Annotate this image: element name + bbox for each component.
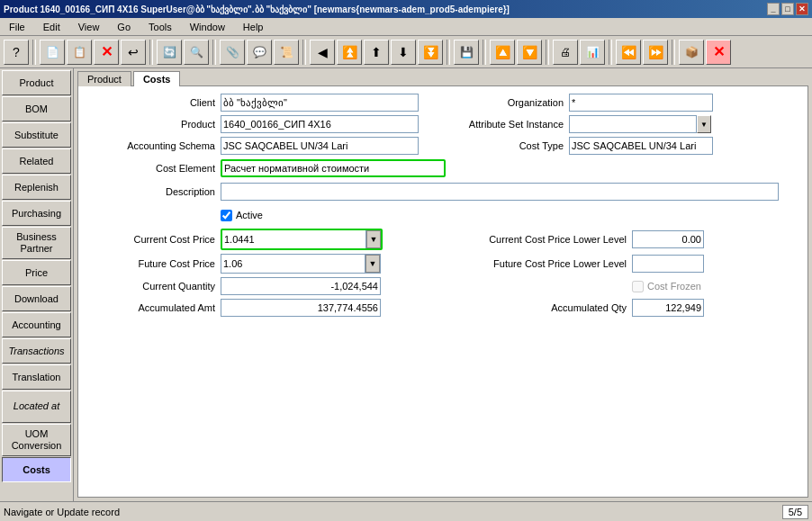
current-cost-col: Current Cost Price ▼ — [86, 229, 434, 250]
sidebar-item-costs[interactable]: Costs — [2, 457, 71, 482]
future-cost-price-button[interactable]: ▼ — [365, 255, 380, 273]
close-window-button[interactable]: ✕ — [796, 3, 808, 15]
nav-next-button[interactable]: ⬇ — [391, 40, 416, 65]
cost-type-label: Cost Type — [452, 140, 569, 151]
product-field[interactable] — [221, 115, 419, 133]
sidebar-item-substitute[interactable]: Substitute — [2, 122, 71, 148]
current-qty-label: Current Quantity — [86, 281, 221, 292]
status-bar: Navigate or Update record 5/5 — [0, 501, 812, 521]
sidebar-item-accounting[interactable]: Accounting — [2, 312, 71, 337]
menu-file[interactable]: File — [4, 20, 31, 34]
current-cost-lower-col: Current Cost Price Lower Level — [452, 230, 800, 248]
chat-button[interactable]: 💬 — [247, 40, 272, 65]
current-qty-field[interactable] — [221, 277, 381, 295]
current-cost-price-button[interactable]: ▼ — [366, 230, 381, 248]
future-cost-price-field[interactable] — [221, 255, 365, 273]
future-cost-lower-field[interactable] — [632, 255, 704, 273]
toolbar-sep-1 — [32, 40, 36, 65]
schema-col: Accounting Schema — [86, 137, 434, 155]
attr-set-field[interactable] — [569, 115, 697, 133]
print-button[interactable]: 🖨 — [553, 40, 578, 65]
menu-help[interactable]: Help — [238, 20, 269, 34]
sidebar-item-download[interactable]: Download — [2, 286, 71, 311]
product-label: Product — [86, 119, 221, 130]
active-checkbox[interactable] — [221, 210, 232, 221]
menu-bar: File Edit View Go Tools Window Help — [0, 18, 812, 36]
attr-set-lookup-button[interactable]: ▼ — [697, 115, 711, 133]
menu-window[interactable]: Window — [185, 20, 230, 34]
future-cost-lower-col: Future Cost Price Lower Level — [452, 255, 800, 273]
detail-button[interactable]: 🔽 — [517, 40, 542, 65]
cost-frozen-label: Cost Frozen — [647, 281, 701, 292]
report-button[interactable]: 📊 — [580, 40, 605, 65]
help-button[interactable]: ? — [4, 40, 29, 65]
undo-button[interactable]: ↩ — [121, 40, 146, 65]
menu-tools[interactable]: Tools — [143, 20, 177, 34]
current-cost-price-wrapper: ▼ — [221, 229, 383, 250]
sidebar-item-transactions[interactable]: Transactions — [2, 338, 71, 364]
record-position: 5/5 — [782, 505, 808, 519]
description-field[interactable] — [221, 183, 779, 201]
tab-costs[interactable]: Costs — [133, 71, 181, 86]
menu-go[interactable]: Go — [112, 20, 136, 34]
refresh-button[interactable]: 🔄 — [157, 40, 182, 65]
product-col: Product — [86, 115, 434, 133]
nav-previous-button[interactable]: ◀ — [310, 40, 335, 65]
cost-type-field[interactable] — [569, 137, 713, 155]
sidebar-item-product[interactable]: Product — [2, 70, 71, 95]
nav-last-button[interactable]: ⏬ — [418, 40, 443, 65]
nav-prev-button[interactable]: ⬆ — [364, 40, 389, 65]
org-col: Organization — [452, 94, 800, 112]
minimize-button[interactable]: _ — [767, 3, 780, 15]
current-qty-row: Current Quantity Cost Frozen — [86, 277, 800, 295]
client-field[interactable] — [221, 94, 419, 112]
tabs-row: Product Costs — [74, 68, 812, 85]
window-close-button[interactable]: ✕ — [706, 40, 731, 65]
new-record-button[interactable]: 📄 — [40, 40, 65, 65]
tab-product[interactable]: Product — [77, 71, 131, 86]
accumulated-row: Accumulated Amt Accumulated Qty — [86, 299, 800, 317]
sidebar-item-uom-conversion[interactable]: UOM Conversion — [2, 424, 71, 456]
save-button[interactable]: 💾 — [454, 40, 479, 65]
current-cost-price-field[interactable] — [222, 230, 366, 248]
menu-view[interactable]: View — [73, 20, 105, 34]
form-panel: Client Organization Product Attribute Se… — [77, 85, 808, 498]
sidebar-item-translation[interactable]: Translation — [2, 364, 71, 390]
sidebar-item-purchasing[interactable]: Purchasing — [2, 201, 71, 226]
cost-element-field[interactable] — [221, 159, 446, 177]
attr-set-col: Attribute Set Instance ▼ — [452, 115, 800, 133]
history-button[interactable]: 📜 — [274, 40, 299, 65]
back-button[interactable]: ⏪ — [616, 40, 641, 65]
copy-record-button[interactable]: 📋 — [67, 40, 92, 65]
accum-amt-col: Accumulated Amt — [86, 299, 434, 317]
sidebar-item-located-at[interactable]: Located at — [2, 391, 71, 423]
accum-amt-field[interactable] — [221, 299, 381, 317]
title-text: Product 1640_00166_СИП 4X16 SuperUser@ბბ… — [4, 4, 510, 14]
forward-button[interactable]: ⏩ — [643, 40, 668, 65]
nav-first-button[interactable]: ⏫ — [337, 40, 362, 65]
current-qty-col: Current Quantity — [86, 277, 434, 295]
find-button[interactable]: 🔍 — [184, 40, 209, 65]
parent-button[interactable]: 🔼 — [490, 40, 515, 65]
tab-content-area: Product Costs Client Organization — [74, 68, 812, 501]
sidebar-item-bom[interactable]: BOM — [2, 96, 71, 121]
active-row: Active — [86, 205, 800, 225]
attach-button[interactable]: 📎 — [220, 40, 245, 65]
maximize-button[interactable]: □ — [781, 3, 794, 15]
client-org-row: Client Organization — [86, 94, 800, 112]
sidebar-item-related[interactable]: Related — [2, 148, 71, 174]
schema-costtype-row: Accounting Schema Cost Type — [86, 137, 800, 155]
menu-edit[interactable]: Edit — [38, 20, 66, 34]
products-button[interactable]: 📦 — [679, 40, 704, 65]
delete-record-button[interactable]: ✕ — [94, 40, 119, 65]
sidebar-item-price[interactable]: Price — [2, 260, 71, 285]
current-cost-lower-field[interactable] — [632, 230, 704, 248]
sidebar-item-replenish[interactable]: Replenish — [2, 175, 71, 200]
schema-field[interactable] — [221, 137, 419, 155]
sidebar: Product BOM Substitute Related Replenish… — [0, 68, 74, 501]
cost-frozen-checkbox[interactable] — [632, 281, 644, 292]
future-cost-price-label: Future Cost Price — [86, 258, 221, 269]
sidebar-item-business-partner[interactable]: Business Partner — [2, 227, 71, 259]
accum-qty-field[interactable] — [632, 299, 704, 317]
org-field[interactable] — [569, 94, 713, 112]
